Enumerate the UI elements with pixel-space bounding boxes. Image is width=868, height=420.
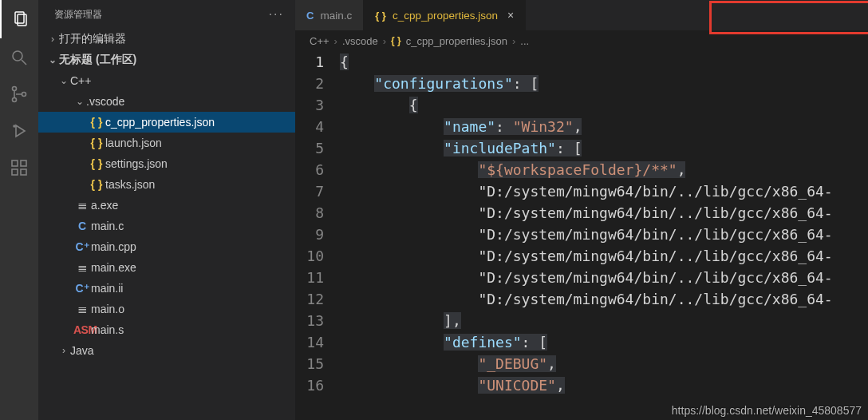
binary-file-icon: [73, 198, 91, 212]
svg-rect-12: [21, 160, 26, 166]
folder-label: C++: [70, 74, 91, 87]
file-main-ii[interactable]: C⁺main.ii: [38, 278, 295, 299]
file-label: main.s: [91, 323, 124, 336]
editor-area: C main.c { } c_cpp_properties.json × C++…: [295, 0, 868, 420]
section-open-editors[interactable]: ›打开的编辑器: [38, 29, 295, 50]
svg-rect-10: [12, 169, 18, 175]
file-a-exe[interactable]: a.exe: [38, 195, 295, 216]
file-label: launch.json: [105, 137, 162, 149]
breadcrumb[interactable]: C++› .vscode› { } c_cpp_properties.json›…: [295, 30, 868, 51]
svg-point-6: [22, 93, 26, 97]
code-body[interactable]: { "configurations": [ { "name": "Win32",…: [340, 51, 868, 420]
svg-rect-1: [18, 14, 26, 26]
line-gutter: 12345678910111213141516: [295, 51, 340, 420]
file-label: c_cpp_properties.json: [105, 116, 215, 129]
file-main-cpp[interactable]: C⁺main.cpp: [38, 236, 295, 257]
file-tasks-json[interactable]: { }tasks.json: [38, 174, 295, 195]
editor-tabs: C main.c { } c_cpp_properties.json ×: [295, 0, 868, 30]
svg-rect-9: [12, 160, 18, 166]
svg-point-4: [13, 87, 17, 91]
tab-label: c_cpp_properties.json: [393, 10, 498, 22]
file-main-o[interactable]: main.o: [38, 299, 295, 319]
c-file-icon: C: [306, 10, 314, 22]
sidebar-title: 资源管理器: [54, 8, 102, 22]
file-label: tasks.json: [105, 178, 155, 191]
file-label: settings.json: [105, 157, 168, 170]
breadcrumb-part[interactable]: .vscode: [342, 35, 378, 47]
tab-main-c[interactable]: C main.c: [295, 0, 364, 30]
file-main-exe[interactable]: main.exe: [38, 257, 295, 278]
sidebar-header: 资源管理器 ···: [38, 0, 295, 29]
breadcrumb-part[interactable]: ...: [520, 35, 529, 47]
debug-icon[interactable]: [8, 120, 30, 142]
c-file-icon: C: [73, 220, 91, 232]
svg-rect-0: [15, 12, 24, 23]
folder-java[interactable]: ›Java: [38, 340, 295, 361]
file-settings-json[interactable]: { }settings.json: [38, 153, 295, 174]
binary-file-icon: [73, 260, 91, 275]
sidebar-more-icon[interactable]: ···: [269, 7, 284, 22]
file-launch-json[interactable]: { }launch.json: [38, 133, 295, 153]
section-workspace[interactable]: ⌄无标题 (工作区): [38, 50, 295, 70]
file-main-c[interactable]: Cmain.c: [38, 216, 295, 236]
cpp-file-icon: C⁺: [73, 240, 91, 253]
code-editor[interactable]: 12345678910111213141516 { "configuration…: [295, 51, 868, 420]
source-control-icon[interactable]: [8, 83, 30, 105]
breadcrumb-part[interactable]: c_cpp_properties.json: [406, 35, 507, 47]
search-icon[interactable]: [8, 46, 30, 69]
svg-line-3: [22, 60, 26, 65]
file-label: main.c: [91, 220, 124, 232]
sidebar: 资源管理器 ··· ›打开的编辑器 ⌄无标题 (工作区) ⌄C++ ⌄.vsco…: [38, 0, 295, 420]
extensions-icon[interactable]: [8, 157, 30, 179]
folder-label: Java: [70, 344, 94, 357]
tab-c-cpp-properties[interactable]: { } c_cpp_properties.json ×: [364, 0, 526, 30]
explorer-tree: ›打开的编辑器 ⌄无标题 (工作区) ⌄C++ ⌄.vscode { }c_cp…: [38, 29, 295, 420]
close-icon[interactable]: ×: [507, 9, 514, 22]
watermark: https://blog.csdn.net/weixin_45808577: [672, 404, 862, 417]
file-label: main.cpp: [91, 240, 136, 253]
svg-point-8: [14, 125, 15, 127]
binary-file-icon: [73, 302, 91, 316]
breadcrumb-part[interactable]: C++: [310, 35, 329, 47]
asm-file-icon: [73, 323, 91, 336]
activity-bar: [0, 0, 38, 420]
svg-marker-7: [16, 125, 25, 137]
file-c-cpp-properties[interactable]: { }c_cpp_properties.json: [38, 112, 295, 133]
tab-label: main.c: [320, 10, 352, 22]
file-label: main.exe: [91, 261, 136, 274]
file-label: a.exe: [91, 199, 118, 212]
file-label: main.ii: [91, 282, 123, 295]
svg-rect-11: [21, 169, 26, 175]
cpp-file-icon: C⁺: [73, 282, 91, 295]
json-file-icon: { }: [375, 10, 386, 22]
json-file-icon: { }: [391, 35, 401, 46]
svg-point-2: [13, 51, 22, 61]
folder-label: .vscode: [86, 95, 124, 108]
file-label: main.o: [91, 303, 124, 315]
folder-vscode[interactable]: ⌄.vscode: [38, 91, 295, 112]
file-main-s[interactable]: main.s: [38, 319, 295, 340]
files-icon[interactable]: [0, 0, 38, 38]
folder-cpp[interactable]: ⌄C++: [38, 70, 295, 91]
svg-point-5: [13, 98, 17, 102]
